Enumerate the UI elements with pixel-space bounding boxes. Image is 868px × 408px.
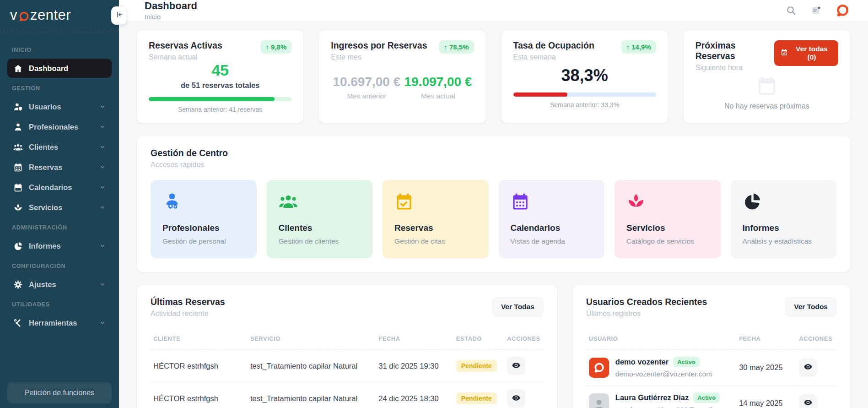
stat-caption: de 51 reservas totales (149, 81, 291, 90)
tile-servicios[interactable]: Servicios Catálogo de servicios (615, 180, 721, 258)
user-name: demo vozenter (615, 358, 669, 366)
stat-card-reservas-activas: Reservas Activas Semana actual ↑ 9,8% 45… (136, 30, 304, 124)
sidebar-item-calendarios[interactable]: Calendarios (7, 178, 112, 197)
search-icon[interactable] (786, 5, 797, 16)
sidebar: vzenter INICIO Dashboard GESTIÓN Usuario… (0, 0, 119, 408)
tile-caption: Gestión de personal (162, 237, 245, 245)
col-header: ACCIONES (504, 331, 543, 350)
tile-calendarios[interactable]: Calendarios Vistas de agenda (499, 180, 605, 258)
card-title: Tasa de Ocupación (513, 40, 594, 51)
cell-servicio: test_Tratamiento capilar Natural (248, 382, 376, 408)
tile-informes[interactable]: Informes Análisis y estadísticas (731, 180, 837, 258)
user-email: test_laura.gutiérrez398@gmail.com (615, 406, 728, 408)
sidebar-item-profesionales[interactable]: Profesionales (7, 117, 112, 136)
calendar-check-icon (394, 192, 414, 211)
tile-reservas[interactable]: Reservas Gestión de citas (383, 180, 489, 258)
chevron-down-icon (99, 281, 106, 288)
card-subtitle: Este mes (331, 53, 427, 61)
tile-label: Calendarios (511, 223, 593, 233)
tile-caption: Gestión de citas (394, 237, 477, 245)
cell-cliente: HÉCTOR estrhfgsh (151, 350, 248, 382)
tile-label: Servicios (626, 223, 709, 233)
col-header: ACCIONES (796, 331, 836, 350)
ver-todas-bookings-button[interactable]: Ver Todas (492, 297, 543, 317)
eye-icon (512, 361, 521, 371)
person-avatar (589, 393, 609, 408)
pie-chart-icon (743, 192, 762, 211)
col-header: USUARIO (586, 331, 736, 350)
tile-clientes[interactable]: Clientes Gestión de clientes (267, 180, 373, 258)
col-header: CLIENTE (151, 331, 248, 350)
sidebar-item-herramientas[interactable]: Herramientas (7, 313, 112, 332)
tile-label: Informes (743, 223, 825, 233)
cell-fecha: 14 may 2025 (736, 386, 796, 408)
calendar-icon (13, 163, 23, 172)
sidebar-item-dashboard[interactable]: Dashboard (7, 59, 112, 78)
progress-fill (513, 92, 568, 97)
user-name: Laura Gutiérrez Díaz (615, 393, 689, 402)
sidebar-item-ajustes[interactable]: Ajustes (7, 275, 112, 294)
sidebar-item-clientes[interactable]: Clientes (7, 137, 112, 157)
sidebar-item-servicios[interactable]: Servicios (7, 198, 112, 217)
sidebar-nav: INICIO Dashboard GESTIÓN Usuarios Profes… (0, 30, 119, 376)
quick-access-panel: Gestión de Centro Accesos rápidos Profes… (136, 136, 851, 272)
feature-request-button[interactable]: Petición de funciones (7, 382, 112, 403)
eye-icon (803, 398, 813, 408)
sidebar-item-reservas[interactable]: Reservas (7, 158, 112, 177)
nav-section-label: INICIO (12, 47, 107, 53)
chevron-down-icon (99, 144, 106, 150)
doctor-icon (162, 192, 182, 211)
tile-caption: Gestión de clientes (279, 237, 361, 245)
view-booking-button[interactable] (507, 389, 525, 408)
view-booking-button[interactable] (507, 357, 525, 375)
spa-icon (626, 192, 646, 211)
chevron-down-icon (99, 204, 106, 211)
tile-label: Clientes (279, 223, 361, 233)
panel-subtitle: Últimos registros (586, 310, 707, 318)
col-header: SERVICIO (248, 331, 376, 350)
trend-badge: ↑ 9,8% (260, 40, 291, 54)
trend-badge: ↑ 78,5% (439, 40, 474, 54)
empty-state-text: No hay reservas próximas (695, 102, 838, 110)
users-icon (279, 192, 298, 211)
profile-avatar[interactable] (835, 3, 850, 18)
messages-icon[interactable] (810, 5, 821, 16)
tile-caption: Análisis y estadísticas (743, 237, 825, 245)
stat-card-ingresos: Ingresos por Reservas Este mes ↑ 78,5% 1… (318, 30, 486, 124)
ver-todos-users-button[interactable]: Ver Todos (785, 297, 836, 317)
current-month-label: Mes actual (404, 92, 472, 100)
tile-profesionales[interactable]: Profesionales Gestión de personal (151, 180, 257, 258)
tile-caption: Vistas de agenda (511, 237, 593, 245)
sidebar-item-label: Herramientas (29, 319, 77, 327)
sidebar-collapse-button[interactable] (111, 6, 127, 25)
chevron-down-icon (99, 164, 106, 170)
progress-bar (149, 97, 291, 101)
breadcrumb: Inicio (145, 13, 197, 21)
progress-fill (149, 97, 275, 101)
nav-section-label: UTILIDADES (12, 301, 107, 308)
ver-todas-label: Ver todas (0) (792, 45, 832, 61)
page-title: Dashboard (145, 0, 197, 12)
calendar-check-icon (781, 49, 788, 58)
status-badge: Pendiente (456, 360, 497, 372)
logo-row: vzenter (0, 0, 119, 30)
view-user-button[interactable] (799, 394, 817, 408)
progress-bar (513, 92, 656, 97)
tile-caption: Catálogo de servicios (626, 237, 709, 245)
calendar-alt-icon (13, 183, 23, 192)
stat-value: 45 (149, 61, 291, 79)
bookings-table: CLIENTE SERVICIO FECHA ESTADO ACCIONES H… (151, 331, 543, 408)
user-email: demo-vozenter@vozenter.com (615, 370, 712, 378)
ver-todas-button[interactable]: Ver todas (0) (774, 40, 838, 66)
col-header: FECHA (736, 331, 796, 350)
status-badge: Pendiente (456, 392, 497, 404)
current-month-value: 19.097,00 € (404, 75, 472, 89)
chevron-down-icon (99, 243, 106, 249)
card-title: Próximas Reservas (695, 40, 774, 61)
eye-icon (803, 362, 813, 373)
sidebar-item-usuarios[interactable]: Usuarios (7, 97, 112, 116)
recent-bookings-panel: Últimas Reservas Actividad reciente Ver … (136, 284, 557, 408)
sidebar-item-informes[interactable]: Informes (7, 236, 112, 256)
view-user-button[interactable] (799, 359, 817, 377)
vozenter-logo: vzenter (10, 7, 71, 23)
